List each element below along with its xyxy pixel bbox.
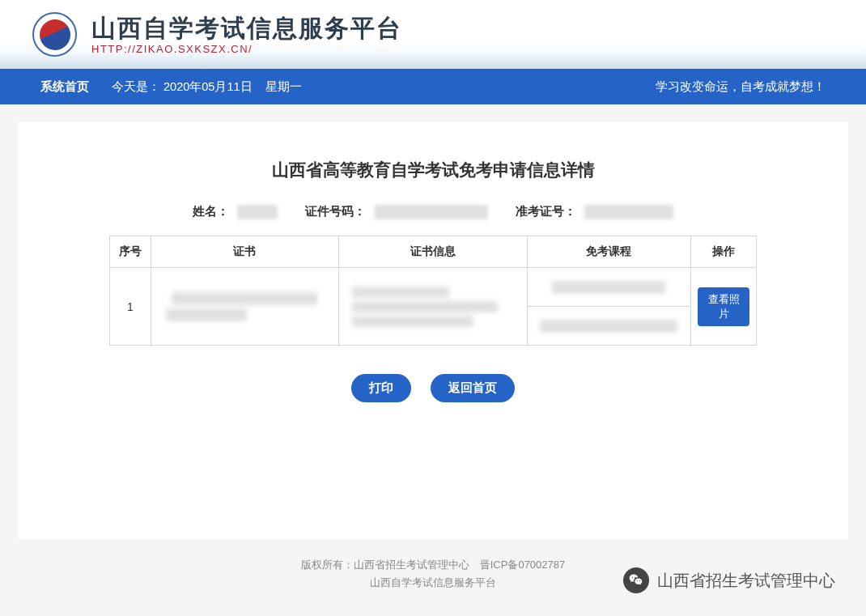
cell-cert (151, 268, 339, 346)
view-photo-button[interactable]: 查看照片 (698, 287, 749, 326)
nav-left: 系统首页 今天是： 2020年05月11日 星期一 (40, 79, 302, 95)
name-value-redacted (237, 205, 278, 219)
cell-cert-info (339, 268, 528, 346)
name-label: 姓名： (193, 204, 229, 218)
certinfo-redacted-2 (352, 301, 498, 312)
applicant-info: 姓名： 证件号码： 准考证号： (18, 204, 848, 219)
cert-redacted (172, 292, 317, 305)
cert-redacted-2 (166, 308, 247, 321)
title-block: 山西自学考试信息服务平台 HTTP://ZIKAO.SXKSZX.CN/ (91, 15, 402, 55)
id-label: 证件号码： (305, 204, 366, 218)
nav-home-link[interactable]: 系统首页 (40, 79, 89, 95)
site-url: HTTP://ZIKAO.SXKSZX.CN/ (91, 43, 402, 55)
logo-glyph (35, 15, 74, 54)
th-cert-info: 证书信息 (339, 236, 528, 268)
print-button[interactable]: 打印 (351, 374, 411, 402)
table-header-row: 序号 证书 证书信息 免考课程 操作 (110, 236, 757, 268)
exemption-table: 序号 证书 证书信息 免考课程 操作 1 (109, 236, 757, 346)
nav-bar: 系统首页 今天是： 2020年05月11日 星期一 学习改变命运，自考成就梦想！ (0, 69, 866, 104)
id-value-redacted (375, 205, 488, 219)
site-logo (32, 12, 77, 57)
cell-course-2 (527, 307, 690, 346)
weekday: 星期一 (265, 80, 302, 93)
ticket-label: 准考证号： (516, 204, 576, 218)
button-row: 打印 返回首页 (18, 374, 848, 402)
page-title: 山西省高等教育自学考试免考申请信息详情 (18, 159, 848, 181)
wechat-icon (623, 567, 649, 593)
table-row: 1 查看照片 (110, 268, 757, 307)
cell-seq: 1 (110, 268, 151, 346)
site-title: 山西自学考试信息服务平台 (91, 15, 402, 41)
th-cert: 证书 (151, 236, 339, 268)
ticket-value-redacted (584, 205, 673, 219)
wechat-attribution: 山西省招生考试管理中心 (617, 564, 842, 597)
th-seq: 序号 (110, 236, 151, 268)
th-course: 免考课程 (527, 236, 690, 268)
back-home-button[interactable]: 返回首页 (431, 374, 515, 402)
wechat-text: 山西省招生考试管理中心 (657, 570, 835, 592)
th-action: 操作 (691, 236, 757, 268)
certinfo-redacted-1 (352, 287, 449, 298)
cell-action: 查看照片 (691, 268, 757, 346)
nav-date: 今天是： 2020年05月11日 星期一 (112, 79, 302, 95)
course-redacted-2 (540, 320, 677, 333)
content-panel: 山西省高等教育自学考试免考申请信息详情 姓名： 证件号码： 准考证号： 序号 证… (18, 122, 848, 539)
cell-course-1 (527, 268, 690, 307)
nav-slogan: 学习改变命运，自考成就梦想！ (656, 79, 826, 95)
site-header: 山西自学考试信息服务平台 HTTP://ZIKAO.SXKSZX.CN/ (0, 0, 866, 69)
certinfo-redacted-3 (352, 316, 473, 327)
today-label: 今天是： (112, 80, 160, 93)
date-value: 2020年05月11日 (163, 80, 253, 93)
course-redacted-1 (552, 281, 665, 294)
